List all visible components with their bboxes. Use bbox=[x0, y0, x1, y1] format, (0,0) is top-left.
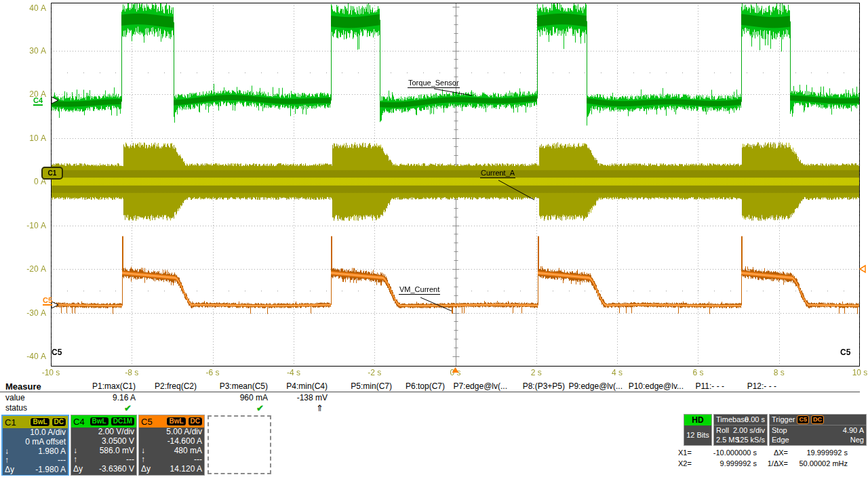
channel-descriptor-c1[interactable]: C1BwLDC10.0 A/div0 mA offset↓1.980 A↑---… bbox=[1, 415, 69, 476]
channel-row-value: 10.0 A/div bbox=[30, 428, 66, 438]
x2-label: X2= bbox=[678, 458, 701, 469]
x2-value: 9.999992 s bbox=[701, 458, 757, 469]
channel-row: Δy-1.980 A bbox=[3, 465, 68, 475]
channel-row-value: --- bbox=[194, 455, 202, 465]
channel-row: ↓586.0 mV bbox=[71, 446, 136, 456]
c4-channel-marker[interactable]: C4 bbox=[33, 96, 43, 106]
channel-row-glyph: Δy bbox=[5, 465, 14, 475]
channel-row-value: --- bbox=[126, 455, 134, 465]
channel-row-glyph: ↓ bbox=[5, 447, 9, 457]
channel-row: Δy14.120 A bbox=[139, 465, 204, 474]
measure-header-p8[interactable]: P8:(P3+P5) bbox=[523, 381, 565, 391]
measure-header-p11[interactable]: P11:- - - bbox=[696, 381, 724, 391]
status-row-label: status bbox=[5, 403, 27, 413]
hd-title: HD bbox=[684, 415, 711, 425]
timebase-mode: Roll bbox=[716, 425, 729, 436]
channel-row: 3.0500 V bbox=[71, 437, 136, 446]
inv-dx-value: 50.00002 mHz bbox=[789, 458, 848, 469]
channel-row: -14.600 A bbox=[139, 437, 204, 446]
channel-row-value: 5.00 A/div bbox=[166, 428, 202, 437]
dx-label: ΔX= bbox=[757, 447, 789, 458]
cursor-readout: X1= -10.000000 s ΔX= 19.999992 s X2= 9.9… bbox=[678, 447, 848, 469]
channel-row-value: 1.980 A bbox=[38, 447, 66, 457]
channel-row-glyph: ↑ bbox=[73, 455, 77, 465]
channel-row-value: --- bbox=[58, 456, 66, 465]
measure-header-p6[interactable]: P6:top(C7) bbox=[406, 381, 445, 391]
timebase-descriptor[interactable]: Timebase 0.00 s Roll 2.00 s/div 2.5 MS 1… bbox=[713, 414, 768, 446]
empty-descriptor-slot[interactable] bbox=[208, 415, 271, 474]
channel-row-value: 14.120 A bbox=[170, 465, 202, 474]
channel-row: ↓1.980 A bbox=[3, 447, 68, 457]
channel-id-label: C1 bbox=[4, 417, 16, 428]
channel-badge-dc1m: DC1M bbox=[111, 417, 135, 426]
channel-row-glyph: Δy bbox=[73, 465, 83, 474]
trigger-title: Trigger bbox=[772, 415, 795, 425]
dx-value: 19.999992 s bbox=[789, 447, 848, 458]
measure-status-uparrow-icon: ⇑ bbox=[316, 403, 323, 413]
measure-value-p1: 9.16 A bbox=[113, 393, 136, 402]
channel-badge-bwl: BwL bbox=[30, 417, 50, 427]
channel-row: 10.0 A/div bbox=[3, 428, 68, 438]
measure-header-p3[interactable]: P3:mean(C5) bbox=[220, 381, 268, 391]
channel-descriptor-c4[interactable]: C4BwLDC1M2.00 V/div3.0500 V↓586.0 mV↑---… bbox=[71, 415, 137, 476]
channel-row-value: -14.600 A bbox=[167, 437, 202, 446]
channel-row: Δy-3.6360 V bbox=[71, 465, 136, 474]
measure-header-p1[interactable]: P1:max(C1) bbox=[92, 381, 136, 391]
channel-id-label: C5 bbox=[140, 417, 153, 427]
channel-row: 5.00 A/div bbox=[139, 428, 204, 437]
channel-badge-dc: DC bbox=[52, 417, 66, 427]
channel-badge-bwl: BwL bbox=[166, 417, 186, 426]
channel-descriptor-c5[interactable]: C5BwLDC5.00 A/div-14.600 A↓480 mA↑---Δy1… bbox=[138, 415, 205, 476]
corner-label-right: C5 bbox=[840, 348, 850, 357]
measure-header-divider bbox=[0, 392, 860, 392]
trace-label-current-a: Current_A bbox=[480, 169, 515, 178]
measure-header-p2[interactable]: P2:freq(C2) bbox=[155, 381, 197, 391]
measure-header-p10[interactable]: P10:edge@lv... bbox=[629, 381, 684, 391]
trigger-level: 4.90 A bbox=[843, 425, 864, 436]
channel-row-value: 2.00 V/div bbox=[98, 428, 134, 437]
oscilloscope-screen: Torque_Sensor Current_A VM_Current C4 C1… bbox=[0, 0, 868, 479]
channel-row-value: 586.0 mV bbox=[100, 446, 134, 456]
c1-channel-marker[interactable]: C1 bbox=[41, 167, 63, 180]
channel-row: 2.00 V/div bbox=[71, 428, 136, 437]
trace-label-vm-current: VM_Current bbox=[399, 285, 440, 295]
trigger-type: Edge bbox=[772, 435, 789, 445]
channel-row-value: 0 mA offset bbox=[25, 438, 66, 447]
x1-value: -10.000000 s bbox=[701, 447, 757, 458]
measure-table: Measure P1:max(C1)P2:freq(C2)P3:mean(C5)… bbox=[0, 380, 868, 414]
channel-row: ↓480 mA bbox=[139, 446, 204, 456]
trigger-coupling-badge: DC bbox=[811, 415, 824, 424]
trace-label-torque-sensor: Torque_Sensor bbox=[408, 79, 460, 88]
trigger-source-badge: C5 bbox=[797, 415, 809, 424]
measure-header-p4[interactable]: P4:min(C4) bbox=[286, 381, 328, 391]
channel-row-glyph: ↑ bbox=[141, 455, 145, 465]
channel-badge-bwl: BwL bbox=[90, 417, 109, 426]
measure-header-p5[interactable]: P5:min(C7) bbox=[351, 381, 392, 391]
measure-row-label: Measure bbox=[5, 381, 41, 392]
measure-header-p12[interactable]: P12:- - - bbox=[747, 381, 776, 391]
channel-row-glyph: ↓ bbox=[73, 446, 77, 456]
channel-row: 0 mA offset bbox=[3, 438, 68, 447]
timebase-offset: 0.00 s bbox=[745, 415, 765, 425]
c5-channel-marker[interactable]: C5 bbox=[43, 296, 52, 306]
channel-row-value: -3.6360 V bbox=[99, 465, 134, 474]
channel-row-value: -1.980 A bbox=[35, 465, 66, 475]
trigger-mode: Stop bbox=[772, 425, 787, 436]
channel-row: ↑--- bbox=[3, 456, 68, 465]
channel-badge-dc: DC bbox=[188, 417, 203, 426]
hd-descriptor[interactable]: HD 12 Bits bbox=[684, 414, 712, 446]
measure-header-p9[interactable]: P9:edge@lv(... bbox=[568, 381, 623, 391]
inv-dx-label: 1/ΔX= bbox=[757, 458, 789, 469]
channel-row-value: 3.0500 V bbox=[102, 437, 134, 446]
timebase-scale: 2.00 s/div bbox=[733, 425, 765, 436]
timebase-rate: 125 kS/s bbox=[736, 435, 765, 445]
timebase-title: Timebase bbox=[716, 415, 749, 425]
trigger-slope: Neg bbox=[850, 435, 864, 445]
channel-row-glyph: ↓ bbox=[141, 446, 145, 456]
measure-header-p7[interactable]: P7:edge@lv(... bbox=[453, 381, 507, 391]
measure-value-p4: -138 mV bbox=[297, 393, 328, 402]
x1-label: X1= bbox=[678, 447, 701, 458]
measure-status-check-icon: ✔ bbox=[124, 403, 132, 413]
trigger-descriptor[interactable]: Trigger C5 DC Stop 4.90 A Edge Neg bbox=[769, 414, 867, 446]
channel-row-glyph: ↑ bbox=[5, 456, 9, 465]
